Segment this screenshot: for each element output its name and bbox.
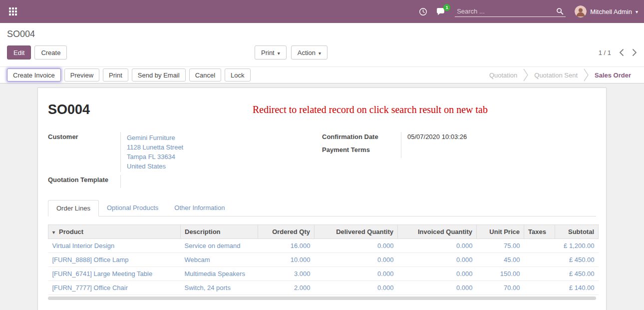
statusbar-buttons: Create InvoicePreviewPrintSend by EmailC… bbox=[7, 68, 251, 82]
cell-delivered-qty[interactable]: 0.000 bbox=[315, 267, 398, 281]
column-header-unit-price[interactable]: Unit Price bbox=[477, 225, 524, 239]
payment-terms-label: Payment Terms bbox=[322, 145, 401, 158]
user-name: Mitchell Admin bbox=[590, 8, 632, 16]
chevron-down-icon: ▾ bbox=[636, 9, 638, 14]
cell-invoiced-qty[interactable]: 0.000 bbox=[398, 267, 477, 281]
breadcrumb: SO004 bbox=[7, 29, 637, 40]
order-lines-header-row: ▾ProductDescriptionOrdered QtyDelivered … bbox=[48, 225, 599, 239]
cell-taxes[interactable] bbox=[524, 267, 555, 281]
cell-taxes[interactable] bbox=[524, 281, 555, 295]
create-button[interactable]: Create bbox=[34, 46, 67, 60]
tab-optional-products[interactable]: Optional Products bbox=[99, 200, 166, 216]
cell-product[interactable]: Virtual Interior Design bbox=[48, 239, 181, 253]
status-arrow-icon bbox=[523, 68, 528, 82]
tab-order-lines[interactable]: Order Lines bbox=[48, 200, 99, 216]
customer-address-line[interactable]: Tampa FL 33634 bbox=[127, 152, 316, 162]
column-header-subtotal[interactable]: Subtotal bbox=[555, 225, 599, 239]
payment-terms-field: Payment Terms bbox=[322, 145, 596, 158]
cell-ordered-qty[interactable]: 2.000 bbox=[258, 281, 315, 295]
column-toggle-icon[interactable]: ▾ bbox=[52, 230, 55, 235]
print-dropdown[interactable]: Print▾ bbox=[255, 46, 287, 60]
statusbar-states: QuotationQuotation SentSales Order bbox=[483, 68, 637, 82]
customer-address-line[interactable]: 1128 Lunetta Street bbox=[127, 142, 316, 152]
cell-unit-price[interactable]: 70.00 bbox=[477, 281, 524, 295]
cell-unit-price[interactable]: 75.00 bbox=[477, 239, 524, 253]
quotation-template-field: Quotation Template bbox=[48, 175, 322, 188]
avatar bbox=[575, 6, 587, 18]
statusbar-button-create-invoice[interactable]: Create Invoice bbox=[7, 68, 61, 82]
cell-product[interactable]: [FURN_6741] Large Meeting Table bbox=[48, 267, 181, 281]
horizontal-scrollbar[interactable] bbox=[48, 296, 596, 300]
cell-subtotal[interactable]: £ 1,200.00 bbox=[555, 239, 599, 253]
activities-clock-icon[interactable] bbox=[419, 8, 427, 16]
column-header-taxes[interactable]: Taxes bbox=[524, 225, 555, 239]
cell-description[interactable]: Webcam bbox=[181, 253, 258, 267]
pager-value: 1 / 1 bbox=[599, 49, 611, 56]
statusbar-button-print[interactable]: Print bbox=[103, 68, 128, 82]
pager-next-icon[interactable] bbox=[632, 48, 637, 56]
status-quotation[interactable]: Quotation bbox=[483, 72, 523, 79]
order-line-row[interactable]: [FURN_8888] Office LampWebcam10.0000.000… bbox=[48, 253, 599, 267]
confirmation-date-field: Confirmation Date 05/07/2020 10:03:26 bbox=[322, 132, 596, 145]
cell-subtotal[interactable]: £ 140.00 bbox=[555, 281, 599, 295]
field-group: Customer Gemini Furniture1128 Lunetta St… bbox=[48, 132, 596, 188]
pager-previous-icon[interactable] bbox=[619, 48, 624, 56]
cell-invoiced-qty[interactable]: 0.000 bbox=[398, 253, 477, 267]
cell-unit-price[interactable]: 150.00 bbox=[477, 267, 524, 281]
form-content: SO004 Redirect to related record on clic… bbox=[0, 84, 644, 310]
search-icon[interactable] bbox=[556, 8, 564, 15]
confirmation-date-label: Confirmation Date bbox=[322, 132, 401, 145]
customer-address-line[interactable]: United States bbox=[127, 162, 316, 171]
edit-button[interactable]: Edit bbox=[7, 46, 31, 60]
status-quotation-sent[interactable]: Quotation Sent bbox=[528, 72, 584, 79]
messages-badge: 1 bbox=[443, 4, 450, 11]
column-header-ordered-qty[interactable]: Ordered Qty bbox=[258, 225, 315, 239]
column-header-invoiced-quantity[interactable]: Invoiced Quantity bbox=[398, 225, 477, 239]
cell-product[interactable]: [FURN_8888] Office Lamp bbox=[48, 253, 181, 267]
cell-subtotal[interactable]: £ 450.00 bbox=[555, 253, 599, 267]
status-sales-order[interactable]: Sales Order bbox=[589, 72, 637, 79]
search-input[interactable] bbox=[457, 8, 556, 15]
tab-other-information[interactable]: Other Information bbox=[166, 200, 233, 216]
user-menu[interactable]: Mitchell Admin ▾ bbox=[575, 6, 638, 18]
cell-product[interactable]: [FURN_7777] Office Chair bbox=[48, 281, 181, 295]
statusbar-button-preview[interactable]: Preview bbox=[64, 68, 99, 82]
confirmation-date-value: 05/07/2020 10:03:26 bbox=[401, 132, 596, 145]
statusbar-button-send-by-email[interactable]: Send by Email bbox=[132, 68, 186, 82]
status-arrow-icon bbox=[584, 68, 589, 82]
messages-icon[interactable]: 1 bbox=[436, 8, 446, 16]
customer-field: Customer Gemini Furniture1128 Lunetta St… bbox=[48, 132, 322, 172]
cell-taxes[interactable] bbox=[524, 253, 555, 267]
cell-taxes[interactable] bbox=[524, 239, 555, 253]
control-panel: SO004 Edit Create Print▾ Action▾ 1 / 1 bbox=[0, 23, 644, 66]
cell-delivered-qty[interactable]: 0.000 bbox=[315, 253, 398, 267]
action-dropdown[interactable]: Action▾ bbox=[291, 46, 327, 60]
column-header-product[interactable]: ▾Product bbox=[48, 225, 181, 239]
notebook-tabs: Order LinesOptional ProductsOther Inform… bbox=[48, 200, 596, 216]
column-header-description[interactable]: Description bbox=[181, 225, 258, 239]
statusbar-button-cancel[interactable]: Cancel bbox=[189, 68, 221, 82]
order-line-row[interactable]: [FURN_6741] Large Meeting TableMultimedi… bbox=[48, 267, 599, 281]
statusbar-button-lock[interactable]: Lock bbox=[225, 68, 250, 82]
order-lines-table: ▾ProductDescriptionOrdered QtyDelivered … bbox=[48, 224, 599, 295]
apps-menu-icon[interactable] bbox=[6, 4, 20, 18]
cell-description[interactable]: Service on demand bbox=[181, 239, 258, 253]
cell-unit-price[interactable]: 45.00 bbox=[477, 253, 524, 267]
order-line-row[interactable]: Virtual Interior DesignService on demand… bbox=[48, 239, 599, 253]
cell-delivered-qty[interactable]: 0.000 bbox=[315, 239, 398, 253]
cell-ordered-qty[interactable]: 10.000 bbox=[258, 253, 315, 267]
cell-invoiced-qty[interactable]: 0.000 bbox=[398, 281, 477, 295]
cell-ordered-qty[interactable]: 16.000 bbox=[258, 239, 315, 253]
chevron-down-icon: ▾ bbox=[278, 50, 280, 56]
cell-description[interactable]: Multimedia Speakers bbox=[181, 267, 258, 281]
cell-ordered-qty[interactable]: 3.000 bbox=[258, 267, 315, 281]
chevron-down-icon: ▾ bbox=[319, 50, 321, 56]
cell-description[interactable]: Switch, 24 ports bbox=[181, 281, 258, 295]
sale-order-sheet: SO004 Redirect to related record on clic… bbox=[37, 88, 607, 310]
cell-invoiced-qty[interactable]: 0.000 bbox=[398, 239, 477, 253]
column-header-delivered-quantity[interactable]: Delivered Quantity bbox=[315, 225, 398, 239]
order-line-row[interactable]: [FURN_7777] Office ChairSwitch, 24 ports… bbox=[48, 281, 599, 295]
customer-address-line[interactable]: Gemini Furniture bbox=[127, 133, 316, 142]
cell-subtotal[interactable]: £ 450.00 bbox=[555, 267, 599, 281]
cell-delivered-qty[interactable]: 0.000 bbox=[315, 281, 398, 295]
